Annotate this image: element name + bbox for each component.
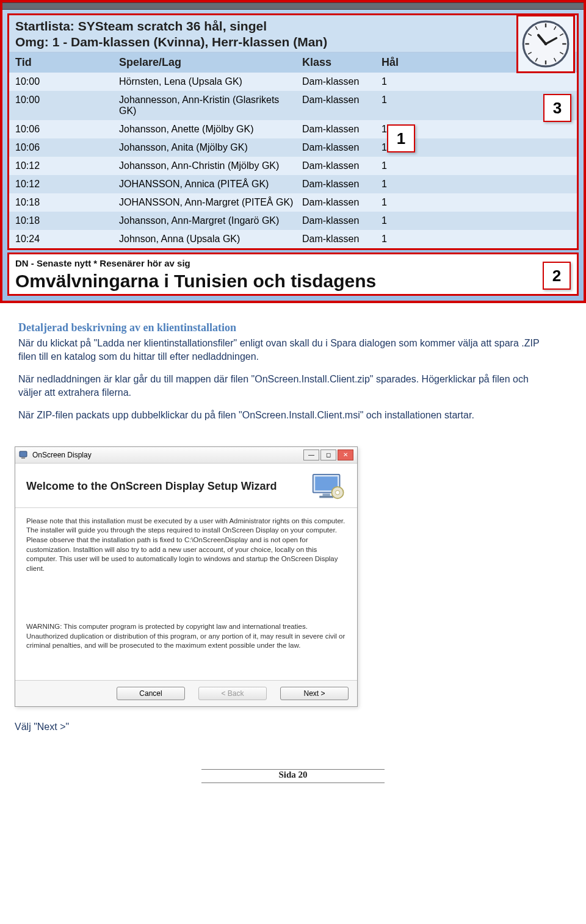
article-body: Detaljerad beskrivning av en klientinsta… [0,303,586,438]
installer-monitor-icon [312,473,346,500]
cell-tid: 10:12 [15,160,119,171]
table-row: 10:06Johansson, Anette (Mjölby GK)Dam-kl… [9,120,577,138]
cell-klass: Dam-klassen [302,95,382,106]
installer-header: Welcome to the OnScreen Display Setup Wi… [15,464,357,508]
svg-rect-20 [323,493,330,496]
next-button[interactable]: Next > [280,687,349,700]
article-paragraph-after-installer: Välj "Next >" [15,722,586,732]
installer-window-title: OnScreen Display [32,451,92,459]
startlist-title-line2: Omg: 1 - Dam-klassen (Kvinna), Herr-klas… [15,35,571,49]
cell-tid: 10:24 [15,234,119,245]
table-row: 10:24Johnson, Anna (Upsala GK)Dam-klasse… [9,230,577,248]
col-tid: Tid [15,56,119,69]
svg-rect-21 [319,496,333,498]
clock-widget [516,15,575,73]
article-paragraph-3: När ZIP-filen packats upp dubbelklickar … [18,409,549,422]
installer-body: Please note that this installation must … [15,508,357,680]
page-footer: Sida 20 [0,769,586,783]
col-hal: Hål [382,56,415,69]
cell-tid: 10:06 [15,142,119,153]
table-row: 10:12JOHANSSON, Annica (PITEÅ GK)Dam-kla… [9,175,577,193]
cell-spelare: Johansson, Anita (Mjölby GK) [119,142,302,153]
cell-hal: 1 [382,197,415,208]
cell-tid: 10:12 [15,179,119,190]
article-paragraph-1: När du klickat på "Ladda ner klientinsta… [18,337,549,363]
svg-rect-16 [20,451,27,457]
page-number: Sida 20 [278,770,307,779]
cell-hal: 1 [382,234,415,245]
col-spelare: Spelare/Lag [119,56,302,69]
callout-1: 1 [387,124,415,152]
installer-body-text-1: Please note that this installation must … [26,517,346,573]
table-row: 10:06Johansson, Anita (Mjölby GK)Dam-kla… [9,138,577,157]
news-ticker: DN - Senaste nytt * Resenärer hör av sig… [7,252,579,296]
cell-tid: 10:06 [15,124,119,135]
startlist-screenshot: Startlista: SYSteam scratch 36 hål, sing… [0,0,586,303]
cell-klass: Dam-klassen [302,234,382,245]
cell-hal: 1 [382,95,415,106]
cell-hal: 1 [382,179,415,190]
startlist-header: Startlista: SYSteam scratch 36 hål, sing… [9,15,577,52]
svg-point-23 [336,490,340,495]
minimize-button[interactable]: — [303,449,319,460]
cell-klass: Dam-klassen [302,215,382,226]
table-row: 10:00Hörnsten, Lena (Upsala GK)Dam-klass… [9,73,577,91]
cell-klass: Dam-klassen [302,76,382,87]
cell-hal: 1 [382,76,415,87]
clock-icon [521,20,570,68]
installer-heading: Welcome to the OnScreen Display Setup Wi… [26,480,277,493]
cell-spelare: Johansson, Ann-Margret (Ingarö GK) [119,215,302,226]
cell-klass: Dam-klassen [302,160,382,171]
svg-point-15 [544,43,548,46]
cell-klass: Dam-klassen [302,142,382,153]
cell-spelare: JOHANSSON, Annica (PITEÅ GK) [119,179,302,190]
svg-rect-17 [21,457,25,459]
table-row: 10:18JOHANSSON, Ann-Margret (PITEÅ GK)Da… [9,193,577,212]
installer-button-row: Cancel < Back Next > [15,680,357,706]
cell-spelare: Johnson, Anna (Upsala GK) [119,234,302,245]
cancel-button[interactable]: Cancel [117,687,185,700]
cell-spelare: Hörnsten, Lena (Upsala GK) [119,76,302,87]
article-paragraph-2: När nedladdningen är klar går du till ma… [18,373,549,399]
ticker-source-line: DN - Senaste nytt * Resenärer hör av sig [15,258,571,268]
maximize-button[interactable]: ◻ [320,449,336,460]
installer-body-text-2: WARNING: This computer program is protec… [26,622,346,651]
cell-tid: 10:00 [15,95,119,106]
cell-hal: 1 [382,160,415,171]
cell-tid: 10:18 [15,215,119,226]
installer-window: OnScreen Display — ◻ ✕ Welcome to the On… [15,446,358,707]
ticker-headline: Omvälvningarna i Tunisien och tisdagens [15,271,571,292]
table-row: 10:00Johannesson, Ann-Kristin (Glasriket… [9,91,577,120]
cell-spelare: Johansson, Ann-Christin (Mjölby GK) [119,160,302,171]
back-button: < Back [198,687,267,700]
startlist-panel: Startlista: SYSteam scratch 36 hål, sing… [7,13,579,250]
article-heading: Detaljerad beskrivning av en klientinsta… [18,321,549,334]
table-row: 10:12Johansson, Ann-Christin (Mjölby GK)… [9,157,577,175]
installer-app-icon [19,450,29,460]
cell-spelare: Johannesson, Ann-Kristin (Glasrikets GK) [119,95,302,116]
table-row: 10:18Johansson, Ann-Margret (Ingarö GK)D… [9,212,577,230]
cell-spelare: Johansson, Anette (Mjölby GK) [119,124,302,135]
cell-klass: Dam-klassen [302,179,382,190]
cell-spelare: JOHANSSON, Ann-Margret (PITEÅ GK) [119,197,302,208]
window-titlebar-strip [2,2,584,10]
cell-hal: 1 [382,215,415,226]
cell-tid: 10:00 [15,76,119,87]
cell-klass: Dam-klassen [302,124,382,135]
callout-2: 2 [543,262,571,290]
startlist-column-headers: Tid Spelare/Lag Klass Hål [9,52,577,73]
cell-klass: Dam-klassen [302,197,382,208]
startlist-title-line1: Startlista: SYSteam scratch 36 hål, sing… [15,19,571,34]
installer-titlebar: OnScreen Display — ◻ ✕ [15,447,357,464]
col-klass: Klass [302,56,382,69]
callout-3: 3 [543,94,571,122]
cell-tid: 10:18 [15,197,119,208]
close-button[interactable]: ✕ [338,449,353,460]
